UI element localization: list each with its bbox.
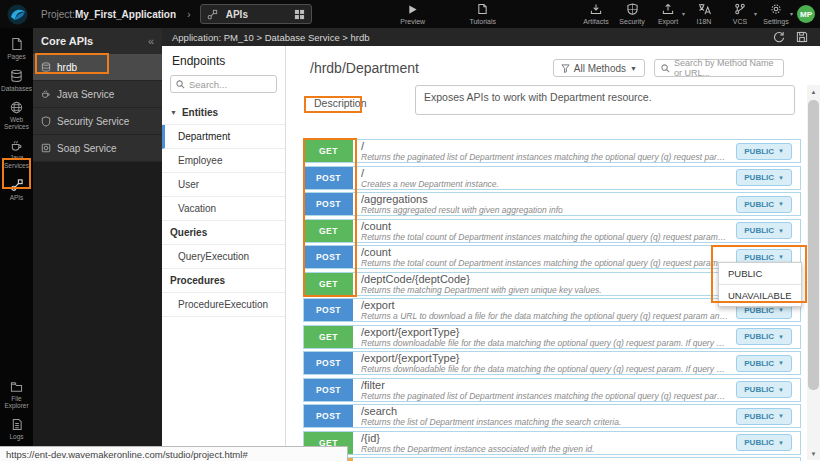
all-methods-dropdown[interactable]: All Methods ▼ <box>553 59 645 77</box>
method-search-placeholder: Search by Method Name or URL... <box>674 58 777 78</box>
filter-funnel-icon <box>561 64 570 73</box>
endpoint-info: /filter Returns the paginated list of De… <box>353 379 736 401</box>
endpoint-description: Returns the matching Department with giv… <box>361 285 728 295</box>
save-icon[interactable] <box>796 31 808 43</box>
sidebar-item-web-services[interactable]: Web Services <box>0 101 33 132</box>
endpoint-path: /search <box>361 406 728 417</box>
preview-button[interactable]: Preview <box>398 4 428 25</box>
section-queries[interactable]: Queries <box>162 221 285 245</box>
collapse-panel-icon[interactable]: « <box>148 35 154 47</box>
description-label: Description <box>310 95 371 111</box>
description-textarea[interactable]: Exposes APIs to work with Department res… <box>415 85 795 115</box>
access-dropdown-button[interactable]: PUBLIC ▼ <box>736 196 792 213</box>
api-endpoint-row: GET /{id} Returns the Department instanc… <box>303 431 801 455</box>
left-icon-rail: Pages Databases Web Services Java Servic… <box>0 28 33 461</box>
sidebar-item-java-services[interactable]: Java Services <box>0 139 33 170</box>
core-apis-header: Core APIs « <box>33 28 162 54</box>
api-endpoint-row: GET /export/{exportType} Returns downloa… <box>303 325 801 349</box>
api-endpoint-row: POST /aggregations Returns aggregated re… <box>303 192 801 216</box>
endpoint-description: Returns the Department instance associat… <box>361 444 728 454</box>
endpoint-info: /search Returns the list of Department i… <box>353 405 736 427</box>
api-endpoint-row: POST /filter Returns the paginated list … <box>303 378 801 402</box>
procedures-label: Procedures <box>170 275 225 286</box>
i18n-label: I18N <box>697 18 712 25</box>
sidebar-item-logs[interactable]: Logs <box>0 418 33 441</box>
method-search-input[interactable]: Search by Method Name or URL... <box>654 59 784 77</box>
scroll-up-arrow[interactable]: ▲ <box>807 85 820 98</box>
method-badge: POST <box>304 246 353 268</box>
pages-icon <box>10 37 23 51</box>
endpoint-item-user[interactable]: User <box>162 173 285 197</box>
artifacts-download-icon <box>590 3 602 15</box>
project-title: My_First_Application <box>75 9 176 20</box>
tab-apis[interactable]: APIs <box>200 4 312 24</box>
access-control: PUBLIC ▼ <box>736 169 792 186</box>
endpoint-path: /{id} <box>361 433 728 444</box>
endpoint-item-queryexecution[interactable]: QueryExecution <box>162 245 285 269</box>
vcs-caret-icon: ▾ <box>754 11 757 17</box>
artifacts-button[interactable]: Artifacts <box>581 3 611 25</box>
content-header: /hrdb/Department All Methods ▼ Search by… <box>286 46 820 83</box>
access-dropdown-button[interactable]: PUBLIC ▼ <box>736 143 792 160</box>
endpoint-item-procedureexecution[interactable]: ProcedureExecution <box>162 293 285 317</box>
settings-button[interactable]: ▾ Settings <box>761 3 791 25</box>
core-api-item-hrdb[interactable]: hrdb <box>33 54 162 81</box>
user-avatar[interactable]: MP <box>797 5 815 23</box>
i18n-button[interactable]: I18N <box>689 3 719 25</box>
sidebar-item-databases[interactable]: Databases <box>0 69 33 93</box>
access-dropdown-button[interactable]: PUBLIC ▼ <box>736 434 792 451</box>
endpoint-info: /count Returns the total count of Depart… <box>353 220 736 242</box>
access-control: PUBLIC ▼ <box>736 222 792 239</box>
scroll-down-arrow[interactable]: ▼ <box>807 447 820 460</box>
endpoint-item-employee[interactable]: Employee <box>162 149 285 173</box>
export-button[interactable]: ▾ Export <box>653 3 683 25</box>
core-api-item-soap-service[interactable]: Soap Service <box>33 135 162 162</box>
endpoint-info: /export/{exportType} Returns downloadabl… <box>353 326 736 348</box>
endpoint-path: /aggregations <box>361 194 728 205</box>
access-dropdown-button[interactable]: PUBLIC ▼ <box>736 328 792 345</box>
endpoints-title: Endpoints <box>162 46 285 75</box>
grid-icon[interactable] <box>294 9 305 20</box>
caret-down-icon: ▼ <box>778 360 784 366</box>
access-dropdown-button[interactable]: PUBLIC ▼ <box>736 222 792 239</box>
core-api-item-java-service[interactable]: Java Service <box>33 81 162 108</box>
endpoint-path: /filter <box>361 380 728 391</box>
security-button[interactable]: Security <box>617 3 647 25</box>
method-badge: POST <box>304 193 353 215</box>
artifacts-label: Artifacts <box>583 18 608 25</box>
endpoint-item-department[interactable]: Department <box>162 125 285 149</box>
access-label: PUBLIC <box>744 253 774 262</box>
vcs-button[interactable]: ▾ VCS <box>725 3 755 25</box>
section-procedures[interactable]: Procedures <box>162 269 285 293</box>
core-api-item-security-service[interactable]: Security Service <box>33 108 162 135</box>
sidebar-item-apis[interactable]: APIs <box>0 178 33 202</box>
endpoint-description: Returns the total count of Department in… <box>361 232 728 242</box>
core-apis-panel: Core APIs « hrdb Java Service Security S… <box>33 28 162 461</box>
access-dropdown-button[interactable]: PUBLIC ▼ <box>736 408 792 425</box>
project-name[interactable]: Project:My_First_Application <box>41 9 176 20</box>
tutorials-button[interactable]: Tutorials <box>468 3 498 25</box>
entities-label: Entities <box>182 107 218 118</box>
access-dropdown-button[interactable]: PUBLIC ▼ <box>736 355 792 372</box>
endpoint-path: /export/{exportType} <box>361 327 728 338</box>
menu-item-public[interactable]: PUBLIC <box>719 263 801 284</box>
web-services-label: Web Services <box>0 116 33 132</box>
search-icon <box>661 64 670 73</box>
access-dropdown-button[interactable]: PUBLIC ▼ <box>736 169 792 186</box>
vertical-scrollbar[interactable]: ▲ ▼ <box>807 85 820 460</box>
menu-item-unavailable[interactable]: UNAVAILABLE <box>719 284 801 306</box>
access-control: PUBLIC ▼ <box>736 355 792 372</box>
refresh-icon[interactable] <box>773 31 785 43</box>
scrollbar-thumb[interactable] <box>808 100 819 390</box>
access-dropdown-button[interactable]: PUBLIC ▼ <box>736 381 792 398</box>
endpoints-search-input[interactable]: Search... <box>170 75 277 93</box>
endpoint-item-vacation[interactable]: Vacation <box>162 197 285 221</box>
apis-node-icon <box>10 178 24 192</box>
sidebar-item-pages[interactable]: Pages <box>0 37 33 61</box>
sidebar-item-file-explorer[interactable]: File Explorer <box>0 381 33 411</box>
export-label: Export <box>658 18 678 25</box>
section-entities[interactable]: ▼ Entities <box>162 101 285 125</box>
coffee-small-icon <box>41 89 51 99</box>
endpoint-path: /deptCode/{deptCode} <box>361 274 728 285</box>
api-endpoint-row: POST /search Returns the list of Departm… <box>303 404 801 428</box>
